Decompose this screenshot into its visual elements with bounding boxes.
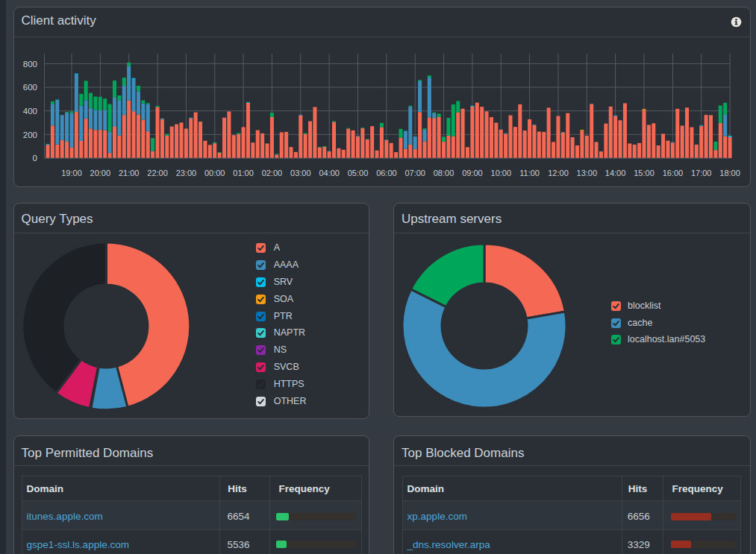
svg-text:01:00: 01:00: [233, 169, 254, 177]
svg-text:12:00: 12:00: [548, 169, 569, 177]
svg-text:02:00: 02:00: [261, 169, 282, 177]
svg-text:20:00: 20:00: [90, 169, 110, 177]
svg-text:14:00: 14:00: [605, 169, 625, 177]
svg-text:22:00: 22:00: [147, 169, 168, 177]
svg-text:04:00: 04:00: [319, 169, 340, 177]
svg-text:15:00: 15:00: [634, 169, 655, 177]
svg-text:400: 400: [22, 107, 37, 116]
svg-text:600: 600: [22, 83, 37, 92]
svg-text:16:00: 16:00: [662, 169, 683, 177]
svg-text:08:00: 08:00: [433, 169, 454, 177]
svg-text:21:00: 21:00: [118, 169, 139, 177]
svg-text:10:00: 10:00: [490, 169, 511, 177]
svg-text:17:00: 17:00: [690, 169, 711, 177]
svg-text:03:00: 03:00: [290, 169, 311, 177]
svg-text:19:00: 19:00: [61, 169, 82, 177]
svg-text:07:00: 07:00: [404, 169, 425, 177]
svg-text:800: 800: [22, 59, 37, 68]
svg-text:23:00: 23:00: [175, 169, 196, 177]
svg-text:09:00: 09:00: [462, 169, 483, 177]
svg-text:06:00: 06:00: [376, 169, 397, 177]
svg-text:18:00: 18:00: [719, 169, 740, 177]
svg-text:05:00: 05:00: [347, 169, 368, 177]
svg-text:200: 200: [22, 130, 37, 139]
svg-text:0: 0: [32, 154, 37, 163]
svg-text:11:00: 11:00: [519, 169, 540, 177]
svg-text:00:00: 00:00: [204, 169, 225, 177]
svg-text:13:00: 13:00: [576, 169, 597, 177]
